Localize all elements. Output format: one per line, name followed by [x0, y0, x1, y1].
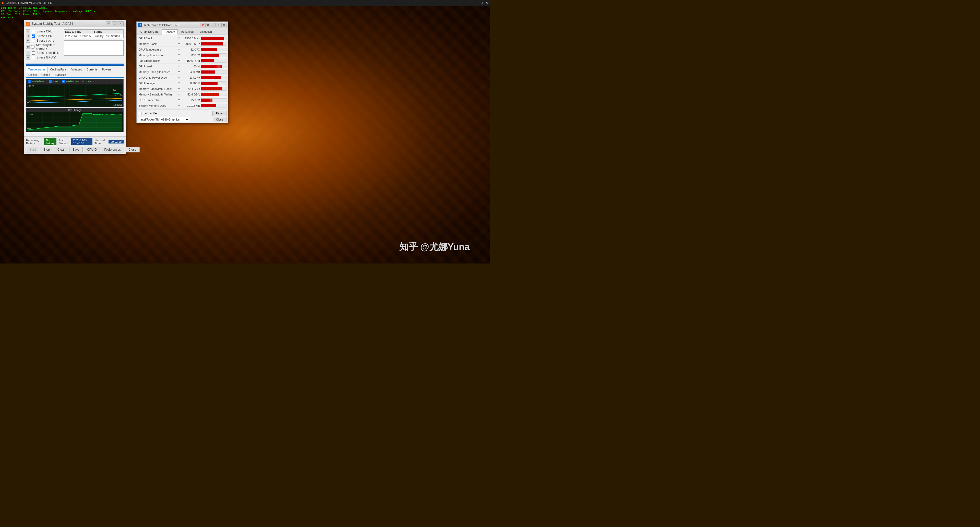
- sensor-cpu-temp-arrow[interactable]: ▼: [178, 99, 182, 101]
- legend-ssd: Predator SSD GM7000 4TB: [62, 80, 94, 83]
- furmark-win-controls[interactable]: ─ □ ✕: [476, 1, 488, 5]
- gpuz-tab-validation[interactable]: Validation: [197, 29, 215, 34]
- gpuz-close-btn[interactable]: Close: [213, 117, 226, 122]
- gpuz-tabs[interactable]: Graphics Card Sensors Advanced Validatio…: [137, 28, 228, 35]
- status-col1: Date & Time: [65, 30, 94, 33]
- sensor-sys-mem-arrow[interactable]: ▼: [178, 104, 182, 107]
- sensor-mem-used-arrow[interactable]: ▼: [178, 70, 182, 73]
- legend-ssd-check[interactable]: [62, 80, 65, 83]
- legend-motherboard: Motherboard: [29, 80, 45, 83]
- stress-cpu-check[interactable]: [32, 30, 35, 33]
- preferences-button[interactable]: Preferences: [101, 147, 124, 153]
- sensor-mem-bw-write-fill: [201, 93, 219, 96]
- gpuz-reset-btn[interactable]: Reset: [212, 111, 226, 116]
- stress-sysmem-check[interactable]: [31, 45, 35, 48]
- gpuz-tab-sensors[interactable]: Sensors: [162, 29, 178, 35]
- gpuz-pin-btn[interactable]: 📌: [200, 23, 205, 27]
- legend-cpu-label: CPU: [53, 80, 58, 83]
- sensor-sys-mem-bar: [201, 104, 226, 108]
- tab-unified[interactable]: Unified: [39, 72, 52, 77]
- sensor-mem-bw-read-bar: [201, 87, 226, 91]
- battery-value: No battery: [44, 138, 56, 145]
- sensor-gpu-voltage-arrow[interactable]: ▼: [178, 82, 182, 84]
- gpuz-win-controls[interactable]: 📌 ⚙ ─ □ ✕: [200, 23, 226, 27]
- stress-cache-check[interactable]: [32, 39, 35, 42]
- cpuid-button[interactable]: CPUID: [84, 147, 100, 153]
- tab-statistics[interactable]: Statistics: [52, 72, 68, 77]
- stress-cache-row: 💾 Stress cache: [26, 38, 62, 43]
- aida-minimize-btn[interactable]: ─: [106, 21, 111, 26]
- legend-cpu-check[interactable]: [49, 80, 52, 83]
- sensor-gpu-voltage-bar: [201, 81, 226, 85]
- sensor-gpu-voltage: GPU Voltage ▼ 0.905 V: [138, 80, 226, 86]
- sensor-gpu-load-value: 83 %: [182, 65, 201, 68]
- log-to-file-check[interactable]: [138, 112, 142, 115]
- cpu-graph-container: CPU Usage 100% 0% 100%: [26, 108, 124, 132]
- save-button[interactable]: Save: [69, 147, 83, 153]
- sensor-fan-speed-arrow[interactable]: ▼: [178, 59, 182, 62]
- fpu-icon: ⚙: [26, 34, 30, 38]
- gpuz-settings-btn[interactable]: ⚙: [205, 23, 210, 27]
- tab-voltages[interactable]: Voltages: [69, 67, 84, 72]
- legend-mb-check[interactable]: [29, 80, 31, 83]
- gpuz-tab-advanced[interactable]: Advanced: [178, 29, 196, 34]
- stress-options-panel: ⚙ Stress CPU ⚙ Stress FPU 💾 Stress cache: [26, 29, 62, 62]
- aida-win-controls[interactable]: ─ □ ✕: [106, 21, 124, 26]
- stress-cpu-row: ⚙ Stress CPU: [26, 29, 62, 33]
- sensor-mem-bw-read-arrow[interactable]: ▼: [178, 87, 182, 90]
- sensor-mem-bw-read-name: Memory Bandwidth (Read): [138, 87, 178, 91]
- sensor-gpu-clock-name: GPU Clock: [138, 37, 178, 40]
- gpu-stress-icon: 🎮: [26, 56, 30, 59]
- aida-maximize-btn[interactable]: □: [112, 21, 118, 26]
- tab-clocks[interactable]: Clocks: [26, 72, 39, 77]
- tab-powers[interactable]: Powers: [100, 67, 114, 72]
- sensor-mem-temp-arrow[interactable]: ▼: [178, 54, 182, 56]
- clear-button[interactable]: Clear: [54, 147, 68, 153]
- stress-gpu-check[interactable]: [32, 56, 35, 59]
- aida-buttons[interactable]: Start Stop Clear Save CPUID Preferences …: [26, 147, 124, 153]
- sensor-gpu-power-arrow[interactable]: ▼: [178, 76, 182, 79]
- sensor-gpu-clock-arrow[interactable]: ▼: [178, 37, 182, 40]
- stop-button[interactable]: Stop: [40, 147, 53, 153]
- tab-temperatures[interactable]: Temperatures: [26, 67, 48, 73]
- stress-disk-row: 💿 Stress local disks: [26, 51, 62, 55]
- sensor-mem-bw-write-arrow[interactable]: ▼: [178, 93, 182, 96]
- furmark-close[interactable]: ✕: [486, 1, 488, 5]
- sensor-gpu-clock-fill: [201, 37, 224, 40]
- sensor-gpu-load-arrow[interactable]: ▼: [178, 65, 182, 68]
- aida-window: A System Stability Test - AIDA64 ─ □ ✕ ⚙…: [24, 20, 126, 154]
- sensor-mem-clock-arrow[interactable]: ▼: [178, 42, 182, 45]
- stress-sysmem-label: Stress system memory: [36, 43, 62, 50]
- gpuz-maximize-btn[interactable]: □: [216, 23, 221, 27]
- gpuz-tab-graphics-card[interactable]: Graphics Card: [138, 29, 161, 34]
- furmark-minimize[interactable]: ─: [476, 1, 478, 5]
- test-started-label: Test Started:: [59, 139, 69, 145]
- sensor-mem-temp-fill: [201, 54, 220, 57]
- sensor-fan-speed-name: Fan Speed (RPM): [138, 59, 178, 62]
- aida-tabs[interactable]: Temperatures Cooling Fans Voltages Curre…: [26, 67, 124, 78]
- stress-disk-label: Stress local disks: [37, 51, 60, 55]
- stress-disk-check[interactable]: [32, 51, 35, 55]
- temp-timestamp: 18:40:55: [113, 103, 122, 106]
- tab-cooling-fans[interactable]: Cooling Fans: [48, 67, 69, 72]
- sensor-gpu-temp-name: GPU Temperature: [138, 48, 178, 51]
- gpuz-close-btn[interactable]: ✕: [221, 23, 226, 27]
- sensor-gpu-temp-arrow[interactable]: ▼: [178, 48, 182, 51]
- sensor-cpu-temp: CPU Temperature ▼ 75.9 °C: [138, 97, 226, 103]
- tab-currents[interactable]: Currents: [84, 67, 100, 72]
- close-button[interactable]: Close: [125, 147, 140, 153]
- furmark-line-2: FPS: 39, Frame: 82 C - GPU chip power: t…: [1, 10, 95, 13]
- sensor-gpu-voltage-value: 0.905 V: [182, 82, 201, 85]
- gpu-select[interactable]: Intel(R) Arc(TM) A580 Graphics: [138, 117, 189, 122]
- status-header: Date & Time Status: [64, 30, 123, 34]
- aida-close-btn[interactable]: ✕: [118, 21, 124, 26]
- stress-fpu-check[interactable]: [32, 35, 35, 38]
- gpuz-minimize-btn[interactable]: ─: [211, 23, 216, 27]
- sensor-gpu-temp-fill: [201, 48, 217, 51]
- furmark-maximize[interactable]: □: [481, 1, 483, 5]
- sensor-mem-used: Memory Used (Dedicated) ▼ 3460 MB: [138, 69, 226, 75]
- sensor-gpu-voltage-fill: [201, 82, 218, 85]
- start-button[interactable]: Start: [26, 147, 39, 153]
- sensor-gpu-clock-value: 1950.0 MHz: [182, 37, 201, 40]
- furmark-icon: ▶: [2, 1, 4, 5]
